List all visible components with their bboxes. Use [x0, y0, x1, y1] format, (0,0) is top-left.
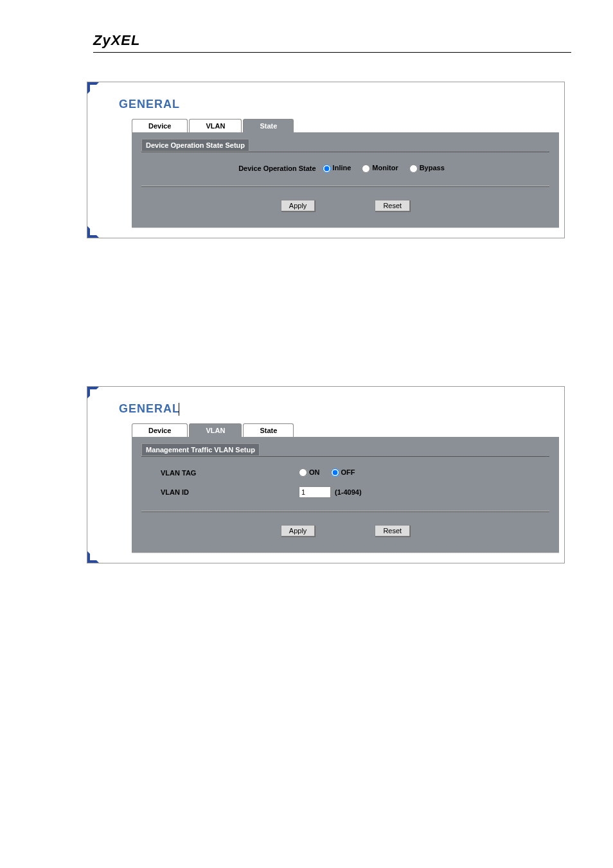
panel-state: GENERAL Device VLAN State Device Operati…: [87, 82, 565, 238]
radio-on-input[interactable]: [299, 468, 307, 477]
vlan-tag-radios: ON OFF: [299, 468, 363, 477]
content-area-vlan: Management Traffic VLAN Setup VLAN TAG O…: [132, 437, 559, 553]
radio-inline[interactable]: Inline: [323, 164, 351, 173]
tab-state[interactable]: State: [243, 423, 294, 437]
radio-inline-label: Inline: [333, 164, 351, 172]
section-header: Device Operation State Setup: [141, 139, 249, 152]
radio-on[interactable]: ON: [299, 468, 320, 477]
vlan-id-label: VLAN ID: [154, 488, 299, 496]
radio-on-label: ON: [309, 468, 320, 476]
bottom-strip: [132, 227, 559, 235]
device-op-state-radios: Inline Monitor Bypass: [323, 164, 452, 173]
radio-off-label: OFF: [341, 468, 355, 476]
apply-button[interactable]: Apply: [281, 525, 315, 536]
tab-vlan[interactable]: VLAN: [189, 423, 242, 437]
page-title: GENERAL: [103, 85, 559, 119]
tab-device[interactable]: Device: [132, 119, 188, 132]
tab-state[interactable]: State: [243, 119, 294, 132]
radio-bypass-label: Bypass: [420, 164, 445, 172]
tab-device[interactable]: Device: [132, 423, 188, 437]
button-row: Apply Reset: [141, 525, 549, 536]
reset-button[interactable]: Reset: [375, 525, 410, 536]
reset-button[interactable]: Reset: [375, 200, 410, 211]
vlan-id-range: (1-4094): [335, 488, 362, 496]
page-title: GENERAL: [103, 389, 559, 423]
radio-monitor-input[interactable]: [362, 164, 370, 173]
radio-off[interactable]: OFF: [331, 468, 355, 477]
logo-divider: [93, 52, 571, 53]
content-area-state: Device Operation State Setup Device Oper…: [132, 132, 559, 227]
bottom-strip: [132, 553, 559, 560]
radio-off-input[interactable]: [331, 468, 339, 477]
tab-vlan[interactable]: VLAN: [189, 119, 242, 132]
text-cursor-icon: [179, 403, 179, 416]
device-op-state-label: Device Operation State: [238, 164, 315, 172]
section-header: Management Traffic VLAN Setup: [141, 443, 260, 456]
form-divider: [141, 186, 549, 187]
button-row: Apply Reset: [141, 200, 549, 211]
radio-monitor[interactable]: Monitor: [362, 164, 398, 173]
vlan-tag-label: VLAN TAG: [154, 469, 299, 477]
form-divider: [141, 511, 549, 512]
brand-logo: ZyXEL: [93, 32, 613, 49]
tabs-row: Device VLAN State: [132, 423, 559, 437]
radio-bypass[interactable]: Bypass: [409, 164, 445, 173]
radio-monitor-label: Monitor: [372, 164, 398, 172]
vlan-id-input[interactable]: [299, 486, 331, 498]
radio-bypass-input[interactable]: [409, 164, 418, 173]
panel-vlan: GENERAL Device VLAN State Management Tra…: [87, 386, 565, 564]
apply-button[interactable]: Apply: [281, 200, 315, 211]
radio-inline-input[interactable]: [323, 164, 331, 173]
tabs-row: Device VLAN State: [132, 119, 559, 132]
